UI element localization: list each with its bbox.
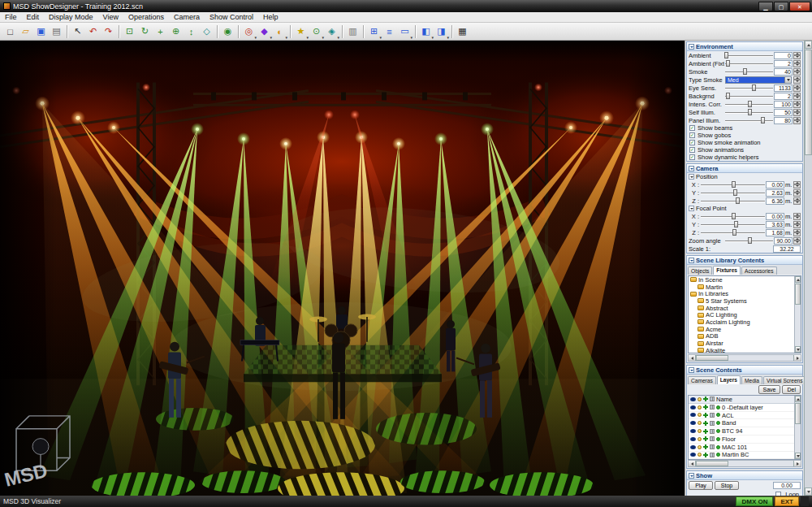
add-icon[interactable]	[703, 413, 708, 418]
add-icon[interactable]	[703, 444, 708, 449]
spinner[interactable]	[793, 117, 801, 124]
layer-row-floor[interactable]: Floor	[689, 436, 801, 444]
grid-icon[interactable]	[710, 429, 715, 434]
grid-icon[interactable]	[710, 436, 715, 441]
scroll-thumb[interactable]	[795, 403, 801, 424]
eye-sens-slider[interactable]	[725, 84, 773, 91]
visibility-eye-icon[interactable]: ◉	[220, 24, 235, 39]
play-button[interactable]: Play	[689, 481, 713, 490]
panel-illum-slider[interactable]	[725, 117, 773, 124]
collapse-icon[interactable]	[689, 258, 694, 263]
layer-row-martin-bc[interactable]: Martin BC	[689, 452, 801, 460]
layers-vertical-scrollbar[interactable]	[794, 396, 801, 459]
ext-indicator[interactable]: EXT	[775, 496, 799, 506]
light-icon[interactable]	[698, 445, 702, 449]
library-horizontal-scrollbar[interactable]	[688, 354, 801, 362]
tree-item-ac-lighting[interactable]: AC Lighting	[689, 311, 801, 318]
layer-row-band[interactable]: Band	[689, 419, 801, 427]
beam-tool-icon[interactable]: ★	[293, 24, 309, 39]
dmx-on-indicator[interactable]: DMX ON	[736, 496, 773, 506]
spinner[interactable]	[793, 229, 801, 236]
add-icon[interactable]	[703, 429, 708, 434]
spinner[interactable]	[793, 84, 801, 92]
layer-row-btc94[interactable]: BTC 94	[689, 427, 801, 436]
pos-y-value[interactable]: 2.63	[766, 189, 784, 197]
checkbox-icon[interactable]	[689, 140, 695, 145]
menu-edit[interactable]: Edit	[22, 12, 45, 23]
spinner[interactable]	[793, 181, 801, 188]
scroll-left-icon[interactable]	[689, 461, 696, 466]
scroll-down-icon[interactable]	[795, 346, 801, 353]
scale-value[interactable]: 32.22	[773, 245, 801, 253]
gel-palette-icon[interactable]: ◆	[257, 24, 272, 39]
tab-virtual-screens[interactable]: Virtual Screens	[763, 376, 804, 384]
zoom-camera-icon[interactable]: ⊕	[168, 24, 184, 39]
scroll-up-icon[interactable]	[805, 41, 812, 49]
pos-x-value[interactable]: 0.00	[766, 181, 784, 188]
grid-icon[interactable]	[710, 405, 715, 410]
checkbox-icon[interactable]	[689, 147, 695, 153]
camera-height-icon[interactable]: ↕	[184, 24, 199, 39]
menu-camera[interactable]: Camera	[169, 12, 205, 23]
visibility-icon[interactable]	[690, 413, 696, 417]
layers-horizontal-scrollbar[interactable]	[688, 460, 801, 467]
scroll-thumb[interactable]	[805, 50, 812, 155]
light-icon[interactable]	[698, 437, 702, 441]
chart-tool-icon[interactable]: ▥	[345, 24, 361, 39]
scroll-right-icon[interactable]	[793, 461, 801, 466]
eye-sens-value[interactable]: 1133	[774, 84, 793, 92]
align-tool-icon[interactable]: ≡	[382, 24, 397, 39]
tab-layers[interactable]: Layers	[717, 375, 741, 384]
pos-z-slider[interactable]	[701, 197, 765, 204]
layer-row-acl[interactable]: ACL	[689, 412, 801, 420]
new-file-icon[interactable]: □	[2, 24, 18, 39]
panel-illum-value[interactable]: 80	[774, 117, 793, 124]
scroll-up-icon[interactable]	[795, 396, 801, 402]
tab-cameras[interactable]: Cameras	[688, 376, 716, 384]
intens-corr-value[interactable]: 100	[774, 101, 793, 108]
add-icon[interactable]	[703, 453, 708, 457]
spinner[interactable]	[793, 93, 801, 100]
maximize-button[interactable]: ▢	[774, 2, 788, 11]
color-wheel-icon[interactable]: ◎	[241, 24, 257, 39]
scroll-thumb[interactable]	[696, 355, 728, 361]
stop-button[interactable]: Stop	[715, 481, 739, 490]
tab-fixtures[interactable]: Fixtures	[713, 266, 741, 275]
zoom-angle-slider[interactable]	[725, 237, 773, 244]
orbit-camera-icon[interactable]: ↻	[137, 24, 153, 39]
checkbox-icon[interactable]	[689, 125, 695, 131]
expander-icon[interactable]	[689, 206, 694, 211]
collapse-icon[interactable]	[689, 44, 694, 50]
ambient-slider[interactable]	[725, 52, 773, 58]
pan-camera-icon[interactable]: +	[153, 24, 168, 39]
layer-row-mac101[interactable]: MAC 101	[689, 444, 801, 452]
minimize-button[interactable]: ▁	[758, 2, 773, 11]
ambient-fixt-value[interactable]: 2	[774, 60, 793, 67]
focal-z-slider[interactable]	[701, 229, 765, 236]
menu-file[interactable]: File	[0, 12, 22, 23]
close-button[interactable]: ✕	[789, 2, 810, 11]
library-vertical-scrollbar[interactable]	[794, 276, 801, 353]
visibility-icon[interactable]	[690, 405, 696, 410]
focal-x-slider[interactable]	[701, 213, 765, 219]
tree-item-acclaim-lighting[interactable]: Acclaim Lighting	[689, 318, 801, 326]
spinner[interactable]	[793, 76, 801, 84]
scroll-down-icon[interactable]	[805, 488, 812, 496]
smoke-value[interactable]: 40	[774, 68, 793, 76]
grid-icon[interactable]	[710, 444, 715, 449]
scroll-right-icon[interactable]	[793, 355, 801, 361]
focal-y-value[interactable]: 3.63	[766, 221, 784, 228]
tree-item-airstar[interactable]: Airstar	[689, 340, 801, 347]
check-show-gobos[interactable]: Show gobos	[687, 132, 802, 139]
layer-row-default[interactable]: 0 -Default layer	[689, 404, 801, 412]
self-illum-value[interactable]: 50	[774, 109, 793, 116]
tree-item-alkalite[interactable]: Alkalite	[689, 347, 801, 353]
scroll-thumb[interactable]	[696, 461, 728, 466]
visibility-icon[interactable]	[690, 429, 696, 433]
expander-icon[interactable]	[689, 174, 694, 180]
checkbox-icon[interactable]	[689, 154, 695, 160]
grid-icon[interactable]	[710, 413, 715, 418]
spinner[interactable]	[793, 237, 801, 245]
pos-z-value[interactable]: 6.36	[766, 197, 784, 205]
undo-icon[interactable]: ↶	[85, 24, 101, 39]
